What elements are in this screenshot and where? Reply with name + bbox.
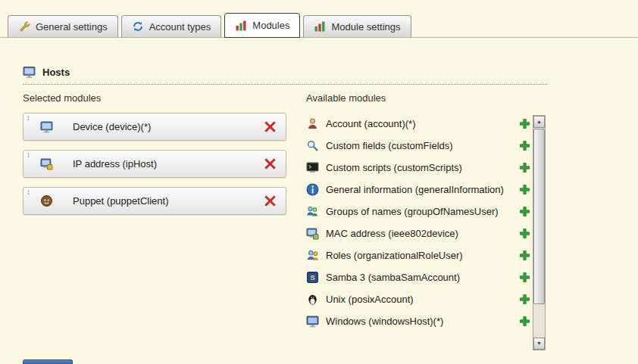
selected-module-label: IP address (ipHost) bbox=[73, 158, 157, 170]
available-modules-list: Account (account)(*) Custom fields (cust… bbox=[306, 113, 530, 349]
available-module-label: MAC address (ieee802device) bbox=[326, 228, 505, 240]
windows-icon bbox=[306, 315, 319, 328]
unix-icon bbox=[306, 293, 319, 306]
scroll-down-button[interactable]: ▼ bbox=[533, 338, 545, 350]
drag-handle-icon[interactable]: ↕ bbox=[27, 188, 30, 196]
section-title: Hosts bbox=[42, 67, 70, 78]
ip-address-icon bbox=[40, 157, 53, 170]
selected-modules-header: Selected modules bbox=[23, 92, 286, 104]
tab-general-settings[interactable]: General settings bbox=[8, 15, 118, 37]
available-module-row-custom-scripts: Custom scripts (customScripts) bbox=[306, 157, 530, 179]
add-module-button[interactable] bbox=[519, 228, 530, 239]
device-icon bbox=[40, 120, 53, 133]
wrench-icon bbox=[18, 20, 30, 33]
available-module-row-mac-address: MAC address (ieee802device) bbox=[306, 222, 530, 244]
add-module-button[interactable] bbox=[519, 250, 530, 261]
add-module-button[interactable] bbox=[519, 140, 530, 151]
mac-address-icon bbox=[306, 227, 319, 240]
account-icon bbox=[306, 117, 319, 130]
remove-module-button[interactable] bbox=[264, 157, 277, 170]
tab-module-settings[interactable]: Module settings bbox=[303, 15, 411, 37]
tab-label: Account types bbox=[149, 21, 211, 33]
available-module-row-custom-fields: Custom fields (customFields) bbox=[306, 135, 530, 157]
partial-bottom-button[interactable] bbox=[23, 359, 73, 364]
selected-module-row-device[interactable]: ↕ Device (device)(*) bbox=[23, 113, 286, 141]
svg-text:S: S bbox=[310, 273, 314, 282]
tab-label: General settings bbox=[36, 21, 108, 33]
available-module-row-account: Account (account)(*) bbox=[306, 113, 530, 135]
monitor-icon bbox=[23, 65, 36, 79]
info-icon bbox=[306, 183, 319, 196]
samba-icon: S bbox=[306, 271, 319, 284]
available-module-label: Account (account)(*) bbox=[326, 118, 505, 130]
selected-module-label: Puppet (puppetClient) bbox=[73, 195, 168, 207]
remove-module-button[interactable] bbox=[264, 120, 277, 133]
available-module-row-groups-of-names: Groups of names (groupOfNamesUser) bbox=[306, 201, 530, 222]
scroll-thumb[interactable] bbox=[533, 129, 545, 304]
sync-icon bbox=[132, 20, 144, 33]
tab-modules[interactable]: Modules bbox=[224, 13, 300, 38]
custom-scripts-icon bbox=[306, 161, 319, 174]
available-module-row-unix: Unix (posixAccount) bbox=[306, 288, 530, 310]
groups-icon bbox=[306, 205, 319, 218]
add-module-button[interactable] bbox=[519, 294, 530, 305]
available-modules-column: Available modules Account (account)(*) C… bbox=[306, 92, 530, 349]
custom-fields-icon bbox=[306, 139, 319, 152]
puppet-icon bbox=[40, 194, 53, 207]
add-module-button[interactable] bbox=[519, 272, 530, 283]
available-module-label: Custom fields (customFields) bbox=[326, 140, 505, 152]
tab-label: Modules bbox=[252, 20, 289, 31]
tab-label: Module settings bbox=[331, 21, 400, 33]
add-module-button[interactable] bbox=[519, 162, 530, 173]
scroll-up-button[interactable]: ▲ bbox=[533, 116, 545, 128]
available-module-label: Samba 3 (sambaSamAccount) bbox=[326, 272, 505, 284]
available-module-row-general-information: General information (generalInformation) bbox=[306, 179, 530, 201]
tab-account-types[interactable]: Account types bbox=[121, 15, 222, 37]
available-module-label: Unix (posixAccount) bbox=[326, 294, 505, 306]
available-modules-header: Available modules bbox=[306, 92, 530, 104]
selected-module-label: Device (device)(*) bbox=[73, 121, 151, 132]
add-module-button[interactable] bbox=[519, 184, 530, 195]
drag-handle-icon[interactable]: ↕ bbox=[27, 151, 30, 159]
roles-icon bbox=[306, 249, 319, 262]
available-module-label: Custom scripts (customScripts) bbox=[326, 162, 505, 174]
available-module-row-samba3: S Samba 3 (sambaSamAccount) bbox=[306, 266, 530, 288]
drag-handle-icon[interactable]: ↕ bbox=[27, 114, 30, 122]
tab-bar: General settings Account types Modules M… bbox=[0, 13, 638, 38]
available-module-row-roles: Roles (organizationalRoleUser) bbox=[306, 244, 530, 266]
available-module-label: General information (generalInformation) bbox=[326, 184, 505, 196]
add-module-button[interactable] bbox=[519, 316, 530, 327]
modules-chart-icon bbox=[235, 20, 247, 32]
selected-modules-column: Selected modules ↕ Device (device)(*) ↕ … bbox=[23, 92, 286, 215]
available-module-label: Roles (organizationalRoleUser) bbox=[326, 250, 505, 262]
available-module-label: Windows (windowsHost)(*) bbox=[326, 316, 505, 328]
scrollbar[interactable]: ▲ ▼ bbox=[533, 115, 546, 350]
section-heading: Hosts bbox=[23, 65, 547, 85]
selected-module-row-puppet[interactable]: ↕ Puppet (puppetClient) bbox=[23, 187, 286, 215]
available-module-label: Groups of names (groupOfNamesUser) bbox=[326, 206, 505, 218]
available-module-row-windows: Windows (windowsHost)(*) bbox=[306, 310, 530, 332]
modules-chart-icon bbox=[314, 20, 326, 33]
selected-module-row-ip-address[interactable]: ↕ IP address (ipHost) bbox=[23, 150, 286, 178]
add-module-button[interactable] bbox=[519, 206, 530, 217]
add-module-button[interactable] bbox=[519, 118, 530, 129]
remove-module-button[interactable] bbox=[264, 194, 277, 207]
